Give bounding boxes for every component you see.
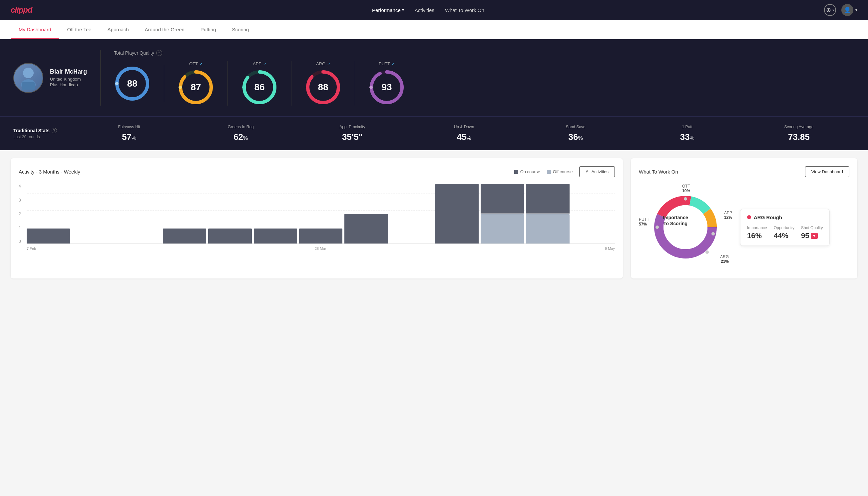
arg-card-title: ARG Rough (747, 215, 823, 220)
tab-my-dashboard[interactable]: My Dashboard (11, 20, 59, 39)
bar-on-4 (208, 229, 251, 244)
score-putt-value: 93 (381, 82, 392, 93)
svg-point-14 (306, 86, 309, 89)
trend-icon-arg: ↗ (327, 62, 330, 66)
stat-1-putt: 1 Putt 33% (632, 125, 743, 142)
trend-icon: ↗ (199, 62, 203, 66)
seg-label-app: APP 12% (724, 211, 732, 220)
chart-controls: On course Off course All Activities (514, 166, 615, 177)
svg-point-26 (656, 226, 659, 229)
bar-on-7 (344, 214, 388, 244)
tab-scoring[interactable]: Scoring (224, 20, 257, 39)
work-header: What To Work On View Dashboard (639, 166, 849, 177)
donut-chart-wrapper: Importance To Scoring OTT 10% APP 12% AR… (639, 184, 732, 270)
chart-bars (27, 184, 615, 244)
stat-scoring-average: Scoring Average 73.85 (743, 125, 855, 142)
tab-around-the-green[interactable]: Around the Green (137, 20, 192, 39)
svg-point-22 (663, 205, 708, 249)
ring-ott: 87 (177, 69, 214, 106)
activity-chart-card: Activity - 3 Months - Weekly On course O… (11, 158, 623, 278)
score-app-label: APP ↗ (253, 61, 266, 66)
score-putt-label: PUTT ↗ (379, 61, 395, 66)
tab-approach[interactable]: Approach (99, 20, 137, 39)
bar-group-3 (163, 184, 206, 244)
chart-y-labels: 0 1 2 3 4 (19, 184, 21, 244)
bar-group-2 (117, 184, 161, 244)
tab-off-the-tee[interactable]: Off the Tee (59, 20, 99, 39)
view-dashboard-button[interactable]: View Dashboard (805, 166, 849, 177)
top-nav: clippd Performance ▾ Activities What To … (0, 0, 868, 20)
chart-header: Activity - 3 Months - Weekly On course O… (19, 166, 615, 177)
nav-activities[interactable]: Activities (415, 7, 434, 13)
legend-on-dot (514, 170, 518, 174)
score-putt: PUTT ↗ 93 (355, 61, 419, 106)
nav-performance[interactable]: Performance ▾ (372, 7, 404, 13)
nav-what-to-work-on[interactable]: What To Work On (445, 7, 484, 13)
stat-greens-in-reg: Greens In Reg 62% (185, 125, 297, 142)
bar-group-12 (571, 184, 615, 244)
bar-on-3 (163, 229, 206, 244)
score-app-value: 86 (254, 82, 265, 93)
score-ott-value: 87 (190, 82, 201, 93)
nav-links: Performance ▾ Activities What To Work On (372, 7, 484, 13)
stat-app-proximity: App. Proximity 35'5" (297, 125, 408, 142)
svg-point-8 (178, 86, 182, 89)
user-menu[interactable]: 👤 ▾ (841, 4, 857, 16)
bar-group-4 (208, 184, 251, 244)
work-title: What To Work On (639, 169, 678, 174)
bar-group-1 (72, 184, 115, 244)
arg-metrics: Importance 16% Opportunity 44% Shot Qual… (747, 226, 823, 240)
legend-off-dot (547, 170, 551, 174)
svg-point-24 (711, 232, 715, 235)
ring-putt: 93 (368, 69, 405, 106)
svg-point-11 (242, 86, 246, 89)
trad-stats-label: Traditional Stats ? Last 20 rounds (13, 128, 73, 139)
player-handicap: Plus Handicap (50, 82, 87, 87)
trend-icon-putt: ↗ (391, 62, 395, 66)
help-icon[interactable]: ? (156, 50, 162, 56)
player-country: United Kingdom (50, 77, 87, 82)
svg-point-25 (706, 250, 709, 254)
scores-section: Total Player Quality ? 88 (114, 50, 855, 106)
seg-label-putt: PUTT 57% (639, 217, 649, 227)
bar-group-0 (27, 184, 70, 244)
down-badge: ▼ (811, 233, 818, 239)
bar-off-10 (480, 214, 524, 244)
nav-right: ⊕▾ 👤 ▾ (824, 4, 857, 16)
bar-on-5 (254, 229, 297, 244)
tab-putting[interactable]: Putting (192, 20, 224, 39)
add-button[interactable]: ⊕▾ (824, 4, 836, 16)
scores-grid: 88 OTT ↗ 87 (114, 61, 855, 106)
score-app: APP ↗ 86 (228, 61, 291, 106)
bar-on-6 (299, 229, 343, 244)
trend-icon-app: ↗ (263, 62, 266, 66)
user-avatar[interactable]: 👤 (841, 4, 853, 16)
stat-up-down: Up & Down 45% (408, 125, 520, 142)
bar-group-10 (480, 184, 524, 244)
bar-group-11 (526, 184, 569, 244)
hero-section: Blair McHarg United Kingdom Plus Handica… (0, 39, 868, 116)
ring-total: 88 (114, 65, 151, 102)
bar-group-7 (344, 184, 388, 244)
work-content: Importance To Scoring OTT 10% APP 12% AR… (639, 184, 849, 270)
arg-metric-opportunity: Opportunity 44% (774, 226, 794, 240)
score-arg: ARG ↗ 88 (291, 61, 355, 106)
score-ott: OTT ↗ 87 (164, 61, 228, 106)
svg-point-0 (23, 68, 34, 78)
bar-group-6 (299, 184, 343, 244)
logo[interactable]: clippd (11, 5, 32, 15)
score-arg-label: ARG ↗ (316, 61, 330, 66)
trad-help-icon[interactable]: ? (52, 128, 57, 133)
score-total-value: 88 (127, 78, 137, 89)
trad-stats-subtitle: Last 20 rounds (13, 135, 73, 139)
work-on-card: What To Work On View Dashboard (631, 158, 857, 278)
player-name: Blair McHarg (50, 68, 87, 75)
bar-on-9 (435, 184, 479, 244)
ring-arg: 88 (305, 69, 342, 106)
divider (100, 50, 100, 106)
svg-point-23 (684, 197, 687, 201)
bar-group-9 (435, 184, 479, 244)
score-arg-value: 88 (318, 82, 328, 93)
all-activities-button[interactable]: All Activities (579, 166, 615, 177)
chart-title: Activity - 3 Months - Weekly (19, 169, 80, 174)
